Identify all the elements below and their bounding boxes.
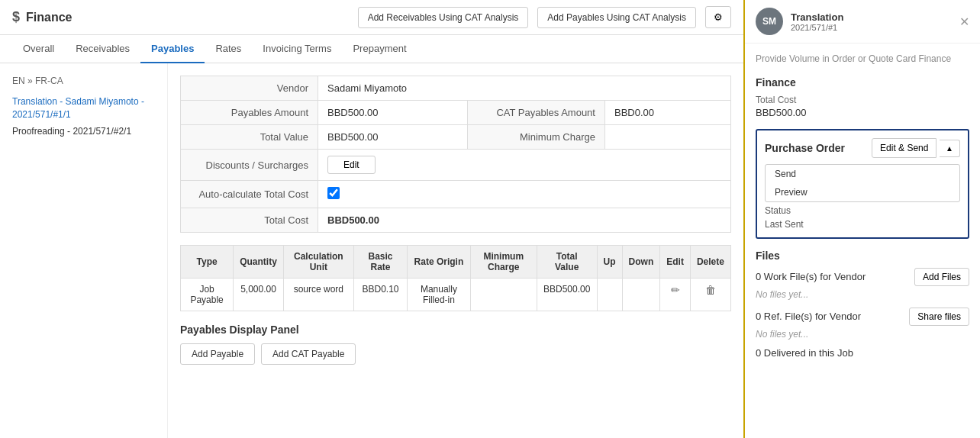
ref-files-empty: No files yet...	[756, 329, 969, 340]
right-panel: SM Translation 2021/571/#1 ✕ Provide Vol…	[743, 0, 980, 438]
col-down: Down	[622, 246, 660, 279]
row-min-charge	[470, 279, 537, 311]
vendor-row: Vendor Sadami Miyamoto	[181, 76, 731, 101]
finance-section-title: Finance	[756, 76, 969, 89]
work-files-row: 0 Work File(s) for Vendor Add Files No f…	[756, 268, 969, 300]
avatar: SM	[756, 8, 783, 35]
payables-data-table: Type Quantity Calculation Unit Basic Rat…	[180, 245, 731, 311]
payables-amount-value: BBD500.00	[318, 101, 468, 125]
discounts-edit-button[interactable]: Edit	[327, 156, 376, 174]
row-edit-icon[interactable]: ✏	[660, 279, 691, 311]
tab-invoicing-terms[interactable]: Invoicing Terms	[252, 35, 342, 63]
ref-files-row: 0 Ref. File(s) for Vendor Share files No…	[756, 308, 969, 340]
share-files-button[interactable]: Share files	[909, 308, 969, 326]
total-value-label: Total Value	[181, 125, 318, 150]
payables-amount-label: Payables Amount	[181, 101, 318, 125]
po-edit-send-button[interactable]: Edit & Send	[872, 138, 936, 158]
work-files-label: 0 Work File(s) for Vendor	[756, 271, 866, 282]
auto-calc-cell	[318, 181, 731, 208]
right-panel-header: SM Translation 2021/571/#1 ✕	[745, 0, 980, 43]
ref-files-label: 0 Ref. File(s) for Vendor	[756, 311, 861, 322]
col-up: Up	[597, 246, 622, 279]
col-min-charge: Minimum Charge	[470, 246, 537, 279]
work-files-header: 0 Work File(s) for Vendor Add Files	[756, 268, 969, 286]
total-cost-label: Total Cost	[756, 95, 969, 105]
po-header: Purchase Order Edit & Send ▲	[765, 138, 960, 158]
po-title: Purchase Order	[765, 142, 845, 154]
total-value-value: BBD500.00	[318, 125, 468, 150]
close-button[interactable]: ✕	[959, 14, 969, 29]
po-button-group: Edit & Send ▲	[872, 138, 960, 158]
amounts-row: Payables Amount BBD500.00 CAT Payables A…	[181, 101, 731, 125]
edit-icon[interactable]: ✏	[671, 284, 680, 296]
add-receivables-button[interactable]: Add Receivables Using CAT Analysis	[358, 7, 529, 28]
panel-title: Payables Display Panel	[180, 324, 731, 336]
last-sent-label: Last Sent	[765, 219, 804, 230]
col-basic-rate: Basic Rate	[353, 246, 407, 279]
po-dropdown-toggle[interactable]: ▲	[940, 140, 960, 157]
total-cost-value: BBD500.00	[318, 208, 731, 233]
tab-rates[interactable]: Rates	[205, 35, 252, 63]
discounts-row: Discounts / Surcharges Edit	[181, 150, 731, 181]
add-payables-button[interactable]: Add Payables Using CAT Analysis	[537, 7, 696, 28]
po-last-sent-row: Last Sent	[765, 219, 960, 230]
files-title: Files	[756, 250, 969, 262]
tab-receivables[interactable]: Receivables	[65, 35, 140, 63]
sidebar-link-proofreading: Proofreading - 2021/571/#2/1	[12, 126, 155, 137]
delivered-label: 0 Delivered in this Job	[756, 347, 969, 359]
add-payable-button[interactable]: Add Payable	[180, 343, 255, 365]
minimum-charge-label: Minimum Charge	[467, 125, 604, 150]
po-send-option[interactable]: Send	[766, 165, 959, 183]
form-table: Vendor Sadami Miyamoto Payables Amount B…	[180, 76, 731, 233]
tab-overall[interactable]: Overall	[12, 35, 65, 63]
sidebar-link-translation[interactable]: Translation - Sadami Miyamoto - 2021/571…	[12, 95, 155, 121]
po-status-row: Status	[765, 205, 960, 216]
gear-icon: ⚙	[714, 11, 723, 23]
tab-prepayment[interactable]: Prepayment	[342, 35, 417, 63]
col-quantity: Quantity	[234, 246, 284, 279]
gear-button[interactable]: ⚙	[705, 6, 731, 28]
tabs-bar: Overall Receivables Payables Rates Invoi…	[0, 35, 743, 63]
po-preview-option[interactable]: Preview	[766, 183, 959, 201]
total-cost-value: BBD500.00	[756, 107, 969, 118]
add-files-button[interactable]: Add Files	[914, 268, 969, 286]
status-label: Status	[765, 205, 791, 216]
left-sidebar: EN » FR-CA Translation - Sadami Miyamoto…	[0, 63, 168, 438]
breadcrumb: EN » FR-CA	[12, 76, 155, 86]
col-rate-origin: Rate Origin	[408, 246, 471, 279]
payables-display-panel: Payables Display Panel Add Payable Add C…	[180, 324, 731, 365]
panel-name: Translation	[791, 11, 952, 23]
row-quantity: 5,000.00	[234, 279, 284, 311]
files-section: Files 0 Work File(s) for Vendor Add File…	[756, 250, 969, 359]
delivered-row: 0 Delivered in this Job	[756, 347, 969, 359]
hint-text: Provide Volume in Order or Quote Card Fi…	[756, 53, 969, 66]
discounts-label: Discounts / Surcharges	[181, 150, 318, 181]
col-delete: Delete	[690, 246, 730, 279]
tab-payables[interactable]: Payables	[140, 35, 205, 63]
total-cost-row: Total Cost BBD500.00	[181, 208, 731, 233]
col-type: Type	[181, 246, 234, 279]
row-delete-icon[interactable]: 🗑	[690, 279, 730, 311]
purchase-order-section: Purchase Order Edit & Send ▲ Send Previe…	[756, 129, 969, 239]
table-row: Job Payable 5,000.00 source word BBD0.10…	[181, 279, 731, 311]
auto-calc-checkbox[interactable]	[327, 187, 340, 199]
row-total-value: BBD500.00	[537, 279, 597, 311]
page-title: $ Finance	[12, 9, 72, 25]
col-calc-unit: Calculation Unit	[283, 246, 353, 279]
delete-icon[interactable]: 🗑	[705, 284, 716, 296]
minimum-charge-value	[604, 125, 730, 150]
vendor-value: Sadami Miyamoto	[318, 76, 731, 101]
total-cost-label: Total Cost	[181, 208, 318, 233]
add-cat-payable-button[interactable]: Add CAT Payable	[261, 343, 356, 365]
row-up	[597, 279, 622, 311]
row-down	[622, 279, 660, 311]
col-total-value: Total Value	[537, 246, 597, 279]
ref-files-header: 0 Ref. File(s) for Vendor Share files	[756, 308, 969, 326]
col-edit: Edit	[660, 246, 691, 279]
total-value-row: Total Value BBD500.00 Minimum Charge	[181, 125, 731, 150]
row-rate-origin: Manually Filled-in	[408, 279, 471, 311]
panel-buttons: Add Payable Add CAT Payable	[180, 343, 731, 365]
table-header-row: Type Quantity Calculation Unit Basic Rat…	[181, 246, 731, 279]
auto-calc-row: Auto-calculate Total Cost	[181, 181, 731, 208]
auto-calc-label: Auto-calculate Total Cost	[181, 181, 318, 208]
